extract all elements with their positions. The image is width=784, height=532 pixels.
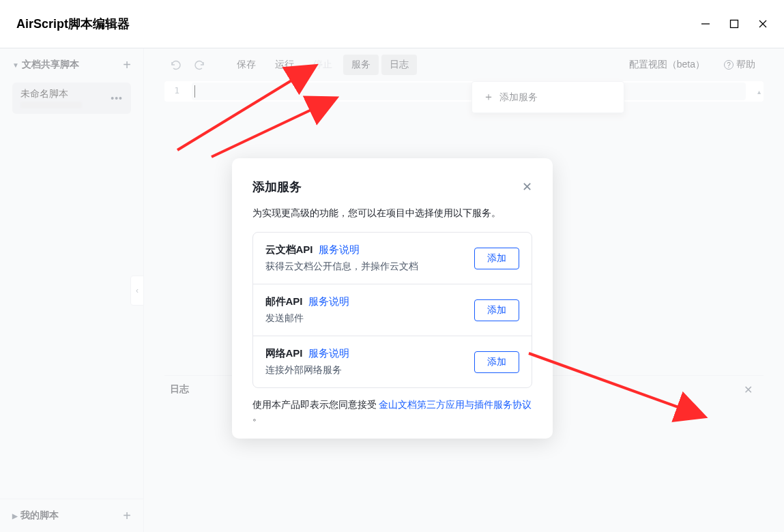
service-name: 云文档API [265, 243, 313, 256]
service-add-button-mail[interactable]: 添加 [474, 299, 519, 321]
minimize-icon[interactable] [701, 19, 710, 29]
window-controls [701, 19, 768, 29]
service-doc-link[interactable]: 服务说明 [308, 295, 349, 308]
modal-footer-prefix: 使用本产品即表示您同意接受 [252, 399, 379, 410]
service-add-button-network[interactable]: 添加 [474, 351, 519, 373]
maximize-icon[interactable] [729, 19, 739, 29]
service-item-cloud-doc: 云文档API 服务说明 获得云文档公开信息，并操作云文档 添加 [253, 233, 532, 284]
modal-footer: 使用本产品即表示您同意接受 金山文档第三方应用与插件服务协议 。 [252, 399, 532, 424]
modal-desc: 为实现更高级的功能，您可以在项目中选择使用以下服务。 [252, 207, 532, 220]
service-desc: 连接外部网络服务 [265, 364, 349, 376]
service-doc-link[interactable]: 服务说明 [319, 243, 360, 256]
service-list: 云文档API 服务说明 获得云文档公开信息，并操作云文档 添加 邮件API 服务… [252, 232, 532, 388]
svg-rect-1 [731, 20, 738, 28]
modal-close-icon[interactable]: ✕ [522, 179, 532, 194]
service-add-button-cloud-doc[interactable]: 添加 [474, 248, 519, 269]
service-name: 网络API [265, 347, 303, 360]
modal-footer-suffix: 。 [252, 411, 262, 422]
close-icon[interactable] [758, 19, 768, 29]
service-name: 邮件API [265, 295, 303, 308]
service-item-network: 网络API 服务说明 连接外部网络服务 添加 [253, 336, 532, 387]
service-item-mail: 邮件API 服务说明 发送邮件 添加 [253, 284, 532, 336]
service-doc-link[interactable]: 服务说明 [308, 347, 349, 360]
titlebar: AirScript脚本编辑器 [0, 0, 784, 48]
add-service-modal: 添加服务 ✕ 为实现更高级的功能，您可以在项目中选择使用以下服务。 云文档API… [232, 158, 553, 439]
modal-footer-link[interactable]: 金山文档第三方应用与插件服务协议 [379, 399, 532, 410]
service-desc: 获得云文档公开信息，并操作云文档 [265, 261, 418, 273]
modal-title: 添加服务 [252, 179, 302, 195]
service-desc: 发送邮件 [265, 312, 349, 325]
app-title: AirScript脚本编辑器 [16, 16, 130, 32]
